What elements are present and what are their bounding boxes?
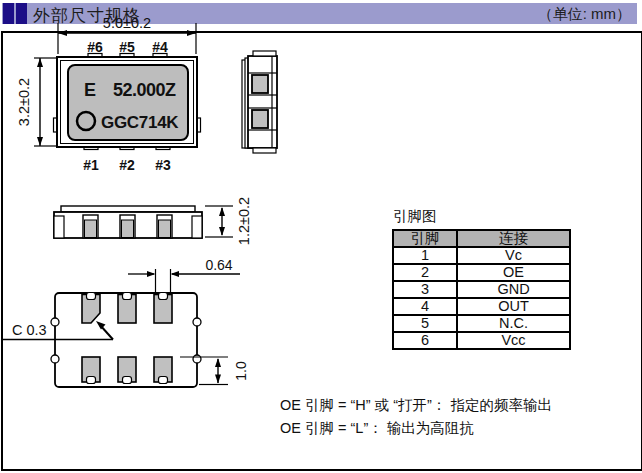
side-pad	[252, 75, 268, 93]
side-view-right	[242, 51, 277, 153]
pin-table: 引脚 连接 1Vc 2OE 3GND 4OUT 5N.C. 6Vcc	[392, 229, 571, 350]
oe-notes: OE 引脚 = “H” 或 “打开”： 指定的频率输出 OE 引脚 = “L”：…	[280, 394, 552, 440]
arrowhead	[215, 375, 221, 384]
front-pads	[83, 215, 172, 238]
arrowhead	[219, 227, 225, 236]
castellation-hole	[123, 293, 132, 300]
pin-label: #1	[83, 157, 99, 173]
castellation-hole	[87, 293, 96, 300]
edge-notch	[51, 318, 59, 326]
height-dimension-label: 3.2±0.2	[16, 78, 32, 126]
pin-connection: GND	[457, 281, 570, 298]
table-row: 2OE	[393, 264, 570, 281]
connection-column-header: 连接	[457, 230, 570, 247]
pin-number: 1	[393, 247, 457, 264]
arrowhead	[171, 271, 180, 277]
front-end-cap	[192, 216, 202, 238]
pin-label: #4	[152, 39, 168, 55]
pin-number: 4	[393, 298, 457, 315]
pin-table-header-row: 引脚 连接	[393, 230, 570, 247]
castellation-hole	[87, 377, 96, 384]
pin-connection: N.C.	[457, 315, 570, 332]
oe-note-low: OE 引脚 = “L”： 输出为高阻抗	[280, 417, 552, 440]
arrowhead	[187, 30, 196, 36]
side-body	[248, 56, 277, 148]
pad-length-dimension-label: 1.0	[233, 361, 249, 381]
table-row: 5N.C.	[393, 315, 570, 332]
arrowhead	[58, 30, 67, 36]
arrowhead	[215, 358, 221, 367]
pin-number: 3	[393, 281, 457, 298]
front-pad	[159, 220, 171, 238]
marking-prefix: E	[84, 80, 96, 100]
table-row: 1Vc	[393, 247, 570, 264]
front-pad	[122, 220, 134, 238]
edge-notch	[51, 355, 59, 363]
bottom-view: 0.64	[3, 257, 249, 387]
castellation-hole	[159, 293, 168, 300]
arrowhead	[37, 137, 43, 146]
chamfer-label: C 0.3	[12, 322, 47, 338]
castellation-hole	[123, 377, 132, 384]
pin-connection: OUT	[457, 298, 570, 315]
edge-notch	[193, 318, 201, 326]
table-row: 6Vcc	[393, 332, 570, 349]
pin-label: #6	[87, 39, 103, 55]
pin-number: 5	[393, 315, 457, 332]
pad-width-dimension-label: 0.64	[205, 257, 232, 273]
pin-column-header: 引脚	[393, 230, 457, 247]
front-view: 1.2±0.2	[54, 197, 252, 245]
marking-frequency: 52.000Z	[113, 80, 176, 100]
table-row: 4OUT	[393, 298, 570, 315]
datasheet-page: 外部尺寸规格 （单位: mm） 5.0±0.2 3.2±0.2 #6 #5 #4	[0, 0, 642, 473]
thickness-dimension-label: 1.2±0.2	[236, 197, 252, 245]
pin-connection: Vc	[457, 247, 570, 264]
side-lid-tab	[253, 148, 276, 153]
pin-connection: Vcc	[457, 332, 570, 349]
arrowhead	[147, 271, 156, 277]
side-pad	[252, 110, 268, 128]
pin-label: #3	[155, 157, 171, 173]
pin-table-block: 引脚图 引脚 连接 1Vc 2OE 3GND 4OUT 5N.C. 6Vcc	[392, 207, 571, 350]
side-lid-tab	[253, 51, 276, 56]
oe-note-high: OE 引脚 = “H” 或 “打开”： 指定的频率输出	[280, 394, 552, 417]
pin-table-title: 引脚图	[393, 207, 571, 226]
width-dimension-label: 5.0±0.2	[103, 15, 151, 31]
marking-code: GGC714K	[101, 113, 179, 132]
castellation-hole	[159, 377, 168, 384]
pin-connection: OE	[457, 264, 570, 281]
top-view: 5.0±0.2 3.2±0.2 #6 #5 #4	[16, 15, 201, 173]
table-row: 3GND	[393, 281, 570, 298]
front-pad	[85, 220, 97, 238]
pin-number: 2	[393, 264, 457, 281]
pin-label: #2	[119, 157, 135, 173]
arrowhead	[219, 207, 225, 216]
arrowhead	[37, 58, 43, 67]
pin-label: #5	[119, 39, 135, 55]
front-end-cap	[54, 216, 64, 238]
edge-notch	[193, 355, 201, 363]
pin-number: 6	[393, 332, 457, 349]
